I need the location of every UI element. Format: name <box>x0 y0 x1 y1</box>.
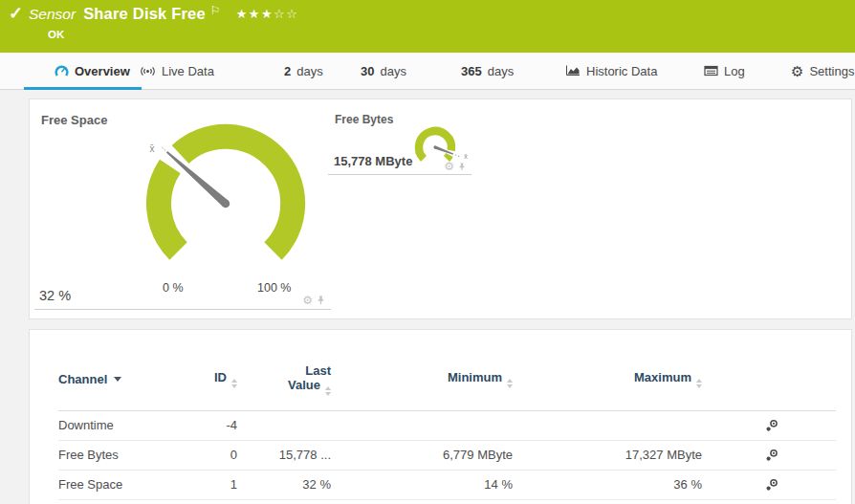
channel-maximum: 17,327 MByte <box>513 440 702 470</box>
gauges-panel: Free Space x̄ 0 % 100 % 32 % ⚙ Free Byte… <box>29 99 852 319</box>
widget-controls: ⚙ <box>302 295 325 306</box>
live-icon <box>140 65 156 77</box>
channel-settings-icon[interactable] <box>765 449 778 462</box>
tab-365-days[interactable]: 365 days <box>461 53 514 89</box>
sensor-status-header: ✓ Sensor Share Disk Free ⚐ ★★★☆☆ OK <box>0 0 855 53</box>
tab-live-data[interactable]: Live Data <box>140 53 214 89</box>
sort-caret-down-icon <box>114 377 121 382</box>
tab-label: Overview <box>75 64 130 78</box>
column-label: Maximum <box>634 370 691 384</box>
column-label: Value <box>288 378 320 392</box>
free-bytes-gauge-widget: Free Bytes x̄ 15,778 MByte ⚙ <box>328 104 471 175</box>
widget-controls: ⚙ <box>444 161 466 172</box>
channels-panel: Channel ID Last Value Minimum Maximum <box>29 329 852 504</box>
channel-id: -4 <box>207 410 237 440</box>
pin-icon[interactable] <box>317 295 325 306</box>
channel-name: Free Space <box>58 470 207 499</box>
tab-settings[interactable]: ⚙ Settings <box>791 53 854 89</box>
svg-text:x̄: x̄ <box>149 143 154 154</box>
tab-label: Log <box>724 64 745 78</box>
gauge-min-label: 0 % <box>163 281 184 295</box>
sort-arrows-icon <box>507 379 513 388</box>
flag-icon[interactable]: ⚐ <box>210 4 221 17</box>
channel-last-value: 15,778 ... <box>237 440 331 470</box>
channel-id: 1 <box>207 470 237 499</box>
gauge-title: Free Bytes <box>335 113 393 126</box>
free-space-gauge-widget: Free Space x̄ 0 % 100 % 32 % ⚙ <box>34 104 331 310</box>
channel-row-downtime: Downtime -4 <box>58 410 836 440</box>
tab-number: 2 <box>284 64 291 78</box>
table-header-row: Channel ID Last Value Minimum Maximum <box>58 349 836 410</box>
channel-row-free-bytes: Free Bytes 0 15,778 ... 6,779 MByte 17,3… <box>58 440 836 470</box>
channel-name: Free Bytes <box>58 440 207 470</box>
prtg-sensor-page: ✓ Sensor Share Disk Free ⚐ ★★★☆☆ OK Over… <box>0 0 855 504</box>
tab-number: 30 <box>361 64 374 78</box>
channel-maximum <box>513 410 702 440</box>
channel-last-value: 32 % <box>237 470 331 499</box>
channel-minimum <box>331 410 513 440</box>
gauge-max-label: 100 % <box>257 281 291 295</box>
sensor-status-badge: OK <box>48 29 64 40</box>
tab-number: 365 <box>461 64 482 78</box>
tab-label: days <box>380 64 406 78</box>
object-type-label: Sensor <box>29 6 76 23</box>
channel-row-free-space: Free Space 1 32 % 14 % 36 % <box>58 470 836 499</box>
tab-label: days <box>296 64 322 78</box>
free-space-gauge: x̄ <box>130 113 321 285</box>
tab-2-days[interactable]: 2 days <box>284 53 323 89</box>
channel-maximum: 36 % <box>513 470 702 499</box>
svg-text:x̄: x̄ <box>464 153 468 160</box>
column-label: Minimum <box>448 370 502 384</box>
widget-settings-gear-icon[interactable]: ⚙ <box>302 295 313 306</box>
column-header-last-value[interactable]: Last Value <box>237 349 331 410</box>
tab-label: Live Data <box>162 64 214 78</box>
pin-icon[interactable] <box>458 162 466 172</box>
status-ok-check-icon: ✓ <box>9 3 23 24</box>
tab-overview[interactable]: Overview <box>55 53 130 89</box>
sort-arrows-icon <box>696 379 702 388</box>
star-rating[interactable]: ★★★☆☆ <box>236 7 299 21</box>
channel-id: 0 <box>207 440 237 470</box>
tab-log[interactable]: Log <box>704 53 745 89</box>
active-tab-underline <box>24 87 142 90</box>
channel-table: Channel ID Last Value Minimum Maximum <box>58 349 836 500</box>
tab-historic-data[interactable]: Historic Data <box>565 53 657 89</box>
column-header-maximum[interactable]: Maximum <box>513 349 702 410</box>
chart-icon <box>565 65 581 77</box>
column-label: ID <box>214 370 227 384</box>
tab-bar: Overview Live Data 2 days 30 days 365 da… <box>0 53 855 90</box>
channel-settings-icon[interactable] <box>765 419 778 432</box>
tab-30-days[interactable]: 30 days <box>361 53 406 89</box>
column-header-channel[interactable]: Channel <box>58 349 207 410</box>
column-label: Channel <box>58 372 107 386</box>
gauge-value: 15,778 MByte <box>334 154 412 168</box>
column-header-minimum[interactable]: Minimum <box>331 349 513 410</box>
channel-settings-icon[interactable] <box>765 478 778 492</box>
sensor-name: Share Disk Free <box>83 5 206 23</box>
gauge-value: 32 % <box>39 288 71 303</box>
tab-label: days <box>488 64 514 78</box>
channel-name: Downtime <box>58 410 207 440</box>
gear-icon: ⚙ <box>791 64 803 78</box>
sensor-title-row: Sensor Share Disk Free ⚐ ★★★☆☆ <box>29 5 298 23</box>
channel-minimum: 6,779 MByte <box>331 440 513 470</box>
gauge-title: Free Space <box>41 113 107 127</box>
column-header-id[interactable]: ID <box>207 349 237 410</box>
tab-label: Settings <box>809 64 854 78</box>
column-label: Last <box>237 363 331 378</box>
channel-last-value <box>237 410 331 440</box>
log-icon <box>704 65 718 77</box>
sort-arrows-icon <box>231 379 237 388</box>
channel-minimum: 14 % <box>331 470 513 499</box>
tab-label: Historic Data <box>586 64 657 78</box>
widget-settings-gear-icon[interactable]: ⚙ <box>444 161 454 172</box>
gauge-icon <box>55 64 69 77</box>
sort-arrows-icon <box>325 386 331 396</box>
